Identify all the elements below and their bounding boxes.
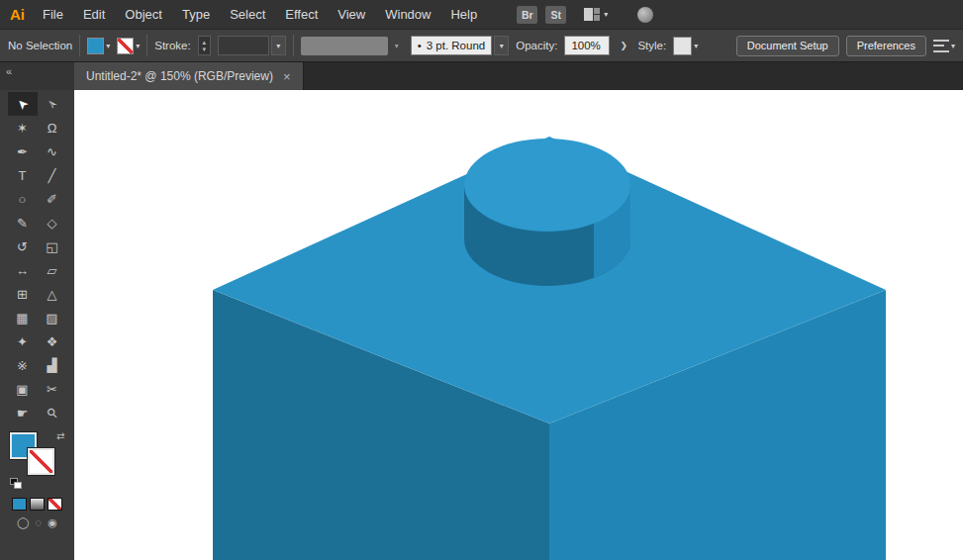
style-control[interactable]: ▾ (673, 37, 698, 55)
menu-object[interactable]: Object (115, 0, 172, 29)
line-segment-tool-icon: ╱ (48, 168, 56, 183)
opacity-panel-button[interactable]: ❯ (617, 36, 630, 55)
chevron-down-icon: ▾ (395, 42, 399, 50)
brush-definition[interactable]: • 3 pt. Round ▾ (411, 36, 510, 55)
stroke-color-control[interactable]: ▾ (117, 38, 140, 54)
eraser-tool[interactable]: ◇ (38, 211, 67, 234)
column-graph-tool[interactable]: ▟ (38, 353, 67, 377)
paintbrush-tool[interactable]: ✐ (38, 187, 67, 211)
pencil-tool[interactable]: ✎ (8, 211, 38, 234)
lasso-tool[interactable]: Ω (38, 116, 67, 140)
draw-normal-icon[interactable]: ◯ (17, 516, 29, 529)
zoom-tool[interactable]: ⚲ (38, 401, 67, 424)
brush-definition-field[interactable]: • 3 pt. Round (411, 36, 493, 55)
stud-top[interactable] (464, 139, 630, 232)
scale-tool[interactable]: ◱ (38, 234, 67, 258)
preferences-button[interactable]: Preferences (846, 36, 926, 56)
default-fill-stroke-icon[interactable] (10, 478, 24, 490)
draw-inside-icon[interactable]: ◉ (48, 516, 57, 529)
chevron-down-icon[interactable]: ▾ (136, 42, 140, 50)
hand-tool[interactable]: ☛ (8, 401, 38, 424)
shape-builder-tool[interactable]: ⊞ (8, 282, 38, 306)
mesh-tool[interactable]: ▦ (8, 306, 38, 329)
menu-window[interactable]: Window (375, 0, 440, 29)
style-swatch[interactable] (673, 37, 692, 55)
stepper-down-icon[interactable]: ▾ (202, 46, 206, 52)
gradient-tool[interactable]: ▨ (38, 306, 67, 329)
chevron-down-icon[interactable]: ▾ (951, 42, 955, 50)
direct-selection-tool[interactable]: ➢ (38, 92, 67, 116)
workspace-icon (584, 8, 601, 21)
line-segment-tool[interactable]: ╱ (38, 163, 67, 187)
direct-selection-tool-icon: ➢ (43, 95, 60, 113)
artboard-tool[interactable]: ▣ (8, 377, 38, 401)
swap-fill-stroke-icon[interactable]: ⇄ (56, 430, 64, 441)
separator (146, 35, 147, 56)
control-bar: No Selection ▾ ▾ Stroke: ▴ ▾ ▾ ▾ • 3 pt.… (0, 30, 963, 62)
stroke-weight-dropdown[interactable]: ▾ (271, 36, 286, 55)
curvature-tool[interactable]: ∿ (38, 140, 67, 163)
fill-color-swatch[interactable] (87, 38, 104, 54)
rotate-tool[interactable]: ↺ (8, 234, 38, 258)
magic-wand-tool-icon: ✶ (17, 121, 28, 136)
chevron-down-icon[interactable]: ▾ (106, 42, 110, 50)
chevron-down-icon[interactable]: ▾ (694, 42, 698, 50)
paintbrush-tool-icon: ✐ (47, 192, 57, 207)
width-profile-dropdown: ▾ (390, 37, 404, 55)
canvas[interactable] (74, 90, 963, 560)
eraser-tool-icon: ◇ (48, 216, 57, 231)
document-tab[interactable]: Untitled-2* @ 150% (RGB/Preview) × (74, 62, 304, 90)
stroke-weight-combo[interactable]: ▾ (218, 36, 286, 55)
eyedropper-tool[interactable]: ✦ (8, 329, 38, 353)
color-button[interactable] (12, 498, 27, 511)
menu-view[interactable]: View (328, 0, 375, 29)
gpu-performance-icon[interactable] (637, 7, 653, 23)
document-setup-button[interactable]: Document Setup (736, 36, 839, 56)
stroke-weight-stepper[interactable]: ▴ ▾ (198, 36, 211, 55)
type-tool[interactable]: T (8, 163, 38, 187)
lasso-tool-icon: Ω (48, 121, 57, 136)
ellipse-tool[interactable]: ○ (8, 187, 38, 211)
width-tool[interactable]: ↔ (8, 258, 38, 282)
artwork-lego-brick[interactable] (74, 90, 963, 560)
close-icon[interactable]: × (283, 69, 291, 84)
gradient-button[interactable] (30, 498, 45, 511)
stock-button[interactable]: St (545, 6, 566, 24)
opacity-label: Opacity: (516, 40, 557, 51)
menu-edit[interactable]: Edit (73, 0, 115, 29)
free-transform-tool[interactable]: ▱ (38, 258, 67, 282)
menu-help[interactable]: Help (440, 0, 487, 29)
stepper-up-icon[interactable]: ▴ (202, 39, 206, 46)
draw-behind-icon[interactable]: ◌ (36, 516, 43, 529)
stroke-weight-field[interactable] (218, 36, 269, 55)
chevron-right-icon: ❯ (621, 41, 628, 50)
stroke-swatch[interactable] (28, 448, 54, 475)
pen-tool[interactable]: ✒ (8, 140, 38, 163)
mesh-tool-icon: ▦ (16, 311, 28, 326)
none-button[interactable] (48, 498, 62, 511)
tool-grid: ➤ ➢ ✶ Ω ✒ ∿ T ╱ ○ ✐ ✎ ◇ ↺ ◱ ↔ ▱ ⊞ △ ▦ ▨ … (0, 90, 74, 424)
perspective-grid-tool[interactable]: △ (38, 282, 67, 306)
selection-tool[interactable]: ➤ (8, 92, 38, 116)
drawing-mode-buttons: ◯ ◌ ◉ (0, 516, 74, 529)
collapse-panel-icon[interactable]: « (6, 65, 12, 77)
bridge-button[interactable]: Br (517, 6, 537, 24)
slice-tool[interactable]: ✂ (38, 377, 67, 401)
menu-file[interactable]: File (33, 0, 73, 29)
align-control[interactable]: ▾ (933, 40, 955, 52)
column-graph-tool-icon: ▟ (48, 358, 57, 373)
stroke-color-swatch[interactable] (117, 38, 134, 54)
fill-color-control[interactable]: ▾ (87, 38, 110, 54)
menu-effect[interactable]: Effect (275, 0, 328, 29)
symbol-sprayer-tool[interactable]: ※ (8, 353, 38, 377)
menu-select[interactable]: Select (220, 0, 275, 29)
brush-definition-dropdown[interactable]: ▾ (494, 36, 509, 55)
menu-type[interactable]: Type (172, 0, 220, 29)
opacity-input[interactable]: 100% (564, 36, 610, 55)
menu-extras: Br St ▾ (517, 6, 653, 24)
perspective-grid-tool-icon: △ (48, 287, 57, 302)
magic-wand-tool[interactable]: ✶ (8, 116, 38, 140)
blend-tool[interactable]: ❖ (38, 329, 67, 353)
workspace-switcher[interactable]: ▾ (584, 8, 608, 21)
selection-status: No Selection (8, 40, 72, 51)
